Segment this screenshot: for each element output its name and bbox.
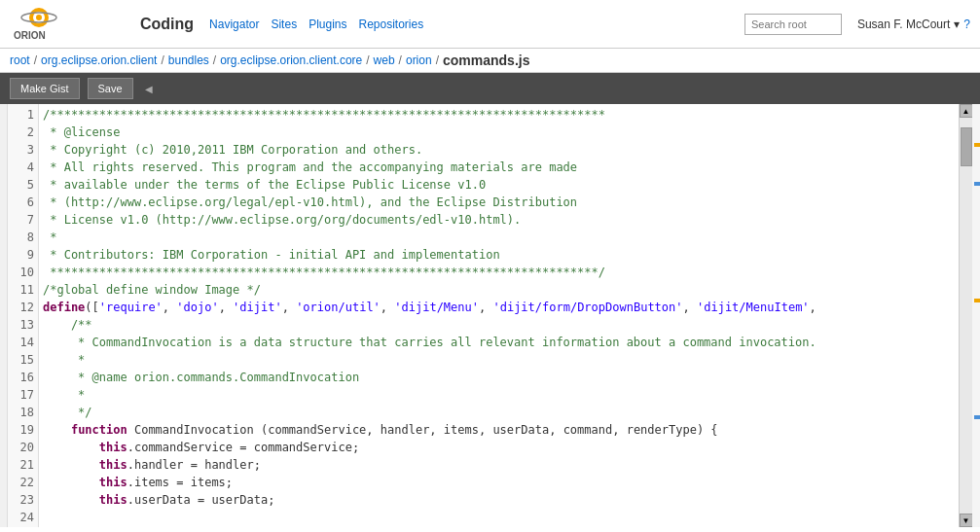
breadcrumb-bundles[interactable]: bundles [168, 53, 209, 67]
line-number: 19 [8, 421, 34, 439]
code-line: this.handler = handler; [43, 456, 959, 474]
line-number: 21 [8, 456, 34, 474]
line-number: 20 [8, 439, 34, 456]
code-line: * Copyright (c) 2010,2011 IBM Corporatio… [43, 141, 959, 159]
line-number: 4 [8, 159, 34, 176]
nav-repositories[interactable]: Repositories [359, 18, 424, 31]
save-button[interactable]: Save [88, 78, 133, 99]
code-line: * @license [43, 124, 959, 141]
line-number: 9 [8, 246, 34, 264]
line-number: 16 [8, 369, 34, 386]
editor: 1234567891011121314151617181920212223242… [0, 104, 980, 527]
user-name: Susan F. McCourt [857, 18, 950, 31]
code-line: function CommandInvocation (commandServi… [43, 421, 959, 439]
help-icon[interactable]: ? [963, 18, 970, 31]
code-line: * CommandInvocation is a data structure … [43, 334, 959, 351]
user-area: Susan F. McCourt ▾ ? [857, 18, 970, 31]
line-number: 24 [8, 509, 34, 526]
marker-2 [974, 182, 980, 186]
svg-point-2 [36, 15, 42, 20]
svg-text:ORION: ORION [14, 30, 46, 41]
code-line: /** [43, 316, 959, 334]
code-line: this.userData = userData; [43, 491, 959, 509]
code-line: * [43, 351, 959, 369]
code-line: * Contributors: IBM Corporation - initia… [43, 246, 959, 264]
search-area [744, 14, 842, 35]
code-line: * All rights reserved. This program and … [43, 159, 959, 176]
nav-plugins[interactable]: Plugins [309, 18, 346, 31]
line-number: 6 [8, 194, 34, 211]
code-line: * License v1.0 (http://www.eclipse.org/o… [43, 211, 959, 229]
line-number: 12 [8, 299, 34, 316]
scroll-down-button[interactable]: ▼ [960, 514, 973, 527]
code-line: /*global define window Image */ [43, 281, 959, 299]
line-number: 1 [8, 106, 34, 124]
code-line: * available under the terms of the Eclip… [43, 176, 959, 194]
user-dropdown-icon[interactable]: ▾ [954, 18, 960, 31]
breadcrumb-root[interactable]: root [10, 53, 30, 67]
code-line: * (http://www.eclipse.org/legal/epl-v10.… [43, 194, 959, 211]
line-number: 18 [8, 404, 34, 421]
logo: ORION [10, 4, 117, 45]
code-line: * @name orion.commands.CommandInvocation [43, 369, 959, 386]
line-number: 23 [8, 491, 34, 509]
line-number: 8 [8, 229, 34, 246]
orion-logo: ORION [10, 4, 68, 45]
line-numbers: 1234567891011121314151617181920212223242… [8, 104, 39, 527]
nav-sites[interactable]: Sites [271, 18, 297, 31]
line-number: 10 [8, 264, 34, 281]
marker-1 [974, 143, 980, 147]
breadcrumb-client-core[interactable]: org.eclipse.orion.client.core [220, 53, 362, 67]
line-number: 13 [8, 316, 34, 334]
line-number: 17 [8, 386, 34, 404]
line-number: 25 [8, 526, 34, 527]
code-line: * [43, 229, 959, 246]
header: ORION Coding Navigator Sites Plugins Rep… [0, 0, 980, 49]
code-line: this.commandService = commandService; [43, 439, 959, 456]
make-gist-button[interactable]: Make Gist [10, 78, 80, 99]
scroll-up-button[interactable]: ▲ [960, 104, 973, 118]
marker-3 [974, 299, 980, 302]
line-number: 5 [8, 176, 34, 194]
line-number: 14 [8, 334, 34, 351]
code-line: define(['require', 'dojo', 'dijit', 'ori… [43, 299, 959, 316]
breadcrumb-orion-client[interactable]: org.eclipse.orion.client [41, 53, 157, 67]
code-line: this.items = items; [43, 474, 959, 491]
code-line: * [43, 386, 959, 404]
nav-links: Navigator Sites Plugins Repositories [209, 18, 729, 31]
marker-4 [974, 415, 980, 419]
side-markers [972, 104, 980, 527]
breadcrumb: root / org.eclipse.orion.client / bundle… [0, 49, 980, 73]
breadcrumb-web[interactable]: web [374, 53, 395, 67]
line-number: 11 [8, 281, 34, 299]
fold-gutter [0, 104, 8, 527]
breadcrumb-orion[interactable]: orion [406, 53, 432, 67]
scroll-track[interactable] [960, 118, 972, 514]
nav-navigator[interactable]: Navigator [209, 18, 259, 31]
toolbar-arrow: ◀ [145, 84, 153, 94]
search-input[interactable] [744, 14, 842, 35]
code-content[interactable]: /***************************************… [39, 104, 959, 527]
breadcrumb-current-file: commands.js [443, 53, 529, 68]
vertical-scrollbar[interactable]: ▲ ▼ [959, 104, 972, 527]
code-line: */ [43, 404, 959, 421]
code-line: ****************************************… [43, 264, 959, 281]
line-number: 2 [8, 124, 34, 141]
line-number: 3 [8, 141, 34, 159]
code-line: /***************************************… [43, 106, 959, 124]
line-number: 22 [8, 474, 34, 491]
line-number: 7 [8, 211, 34, 229]
page-title: Coding [140, 16, 194, 33]
toolbar: Make Gist Save ◀ [0, 73, 980, 104]
scroll-thumb[interactable] [961, 127, 972, 166]
line-number: 15 [8, 351, 34, 369]
